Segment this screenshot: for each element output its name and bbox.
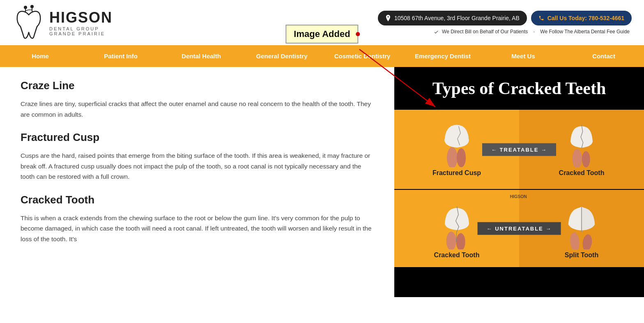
tagline-part2: We Follow The Alberta Dental Fee Guide [540, 29, 630, 35]
brand-name: HIGSON [49, 9, 113, 26]
address-button[interactable]: 10508 67th Avenue, 3rd Floor Grande Prai… [378, 11, 527, 25]
split-tooth-svg [561, 200, 602, 249]
svg-point-0 [24, 6, 27, 9]
annotation-bubble: Image Added [285, 25, 358, 44]
check-icon [434, 30, 439, 35]
nav-home[interactable]: Home [0, 45, 80, 67]
section-heading-1: Craze Line [21, 79, 374, 92]
main-content: Craze Line Craze lines are tiny, superfi… [0, 67, 644, 297]
svg-point-14 [456, 233, 465, 249]
logo-area: HIGSON DENTAL GROUP GRANDE PRAIRIE [12, 4, 113, 41]
call-button[interactable]: Call Us Today: 780-532-4661 [531, 11, 632, 25]
split-tooth-label: Split Tooth [565, 251, 598, 259]
svg-point-10 [573, 149, 582, 167]
address-text: 10508 67th Avenue, 3rd Floor Grande Prai… [394, 15, 520, 21]
section-heading-3: Cracked Tooth [21, 194, 374, 206]
call-text: Call Us Today: 780-532-4661 [547, 15, 624, 21]
nav-cosmetic-dentistry[interactable]: Cosmetic Dentistry [322, 45, 402, 67]
cracked-tooth-top-label: Cracked Tooth [559, 169, 605, 177]
section-body-2: Cusps are the hard, raised points that e… [21, 150, 374, 182]
treatable-banner: ← TREATABLE → [482, 143, 556, 156]
untreatable-label: ← UNTREATABLE → [487, 226, 552, 232]
higson-watermark: HIGSON [507, 189, 531, 203]
svg-point-9 [457, 148, 466, 167]
logo-text: HIGSON DENTAL GROUP GRANDE PRAIRIE [49, 9, 113, 36]
svg-point-8 [447, 147, 458, 167]
cracked-tooth-bottom-svg [437, 200, 476, 249]
annotation-container: Image Added [285, 25, 358, 44]
nav-patient-info[interactable]: Patient Info [80, 45, 161, 67]
svg-point-11 [582, 151, 590, 167]
section-heading-2: Fractured Cusp [21, 131, 374, 144]
infographic-section: Types of Cracked Teeth [394, 67, 644, 297]
svg-line-4 [25, 10, 29, 11]
cracked-tooth-svg [563, 118, 600, 167]
logo-icon [12, 4, 45, 41]
page-header: HIGSON DENTAL GROUP GRANDE PRAIRIE Image… [0, 0, 644, 45]
infographic-title: Types of Cracked Teeth [394, 67, 644, 110]
brand-subtitle2: GRANDE PRAIRIE [49, 31, 113, 36]
tagline-part1: We Direct Bill on Behalf of Our Patients [442, 29, 528, 35]
svg-point-15 [569, 232, 580, 249]
section-body-3: This is when a crack extends from the ch… [21, 213, 374, 245]
svg-point-16 [582, 234, 593, 249]
annotation-label: Image Added [294, 29, 350, 39]
nav-meet-us[interactable]: Meet Us [483, 45, 564, 67]
svg-text:HIGSON: HIGSON [510, 194, 527, 198]
nav-emergency-dentist[interactable]: Emergency Dentist [402, 45, 483, 67]
untreatable-banner: ← UNTREATABLE → [478, 222, 561, 235]
nav-contact[interactable]: Contact [564, 45, 644, 67]
header-right: 10508 67th Avenue, 3rd Floor Grande Prai… [378, 11, 632, 35]
annotation-dot [356, 32, 360, 36]
section-body-1: Craze lines are tiny, superficial cracks… [21, 99, 374, 120]
header-tagline: We Direct Bill on Behalf of Our Patients… [434, 29, 632, 35]
text-section: Craze Line Craze lines are tiny, superfi… [0, 67, 394, 297]
brand-subtitle1: DENTAL GROUP [49, 26, 113, 31]
treatable-label: ← TREATABLE → [491, 146, 547, 152]
nav-general-dentistry[interactable]: General Dentistry [242, 45, 322, 67]
nav-dental-health[interactable]: Dental Health [161, 45, 242, 67]
cracked-tooth-bottom-label: Cracked Tooth [434, 251, 480, 259]
header-buttons: 10508 67th Avenue, 3rd Floor Grande Prai… [378, 11, 632, 25]
tagline-separator: · [534, 29, 535, 35]
svg-point-13 [446, 232, 456, 249]
phone-icon [538, 15, 544, 21]
main-nav: Home Patient Info Dental Health General … [0, 45, 644, 67]
fractured-cusp-label: Fractured Cusp [432, 169, 481, 177]
location-icon [385, 15, 391, 21]
fractured-cusp-svg [436, 118, 477, 167]
svg-point-1 [30, 5, 34, 8]
